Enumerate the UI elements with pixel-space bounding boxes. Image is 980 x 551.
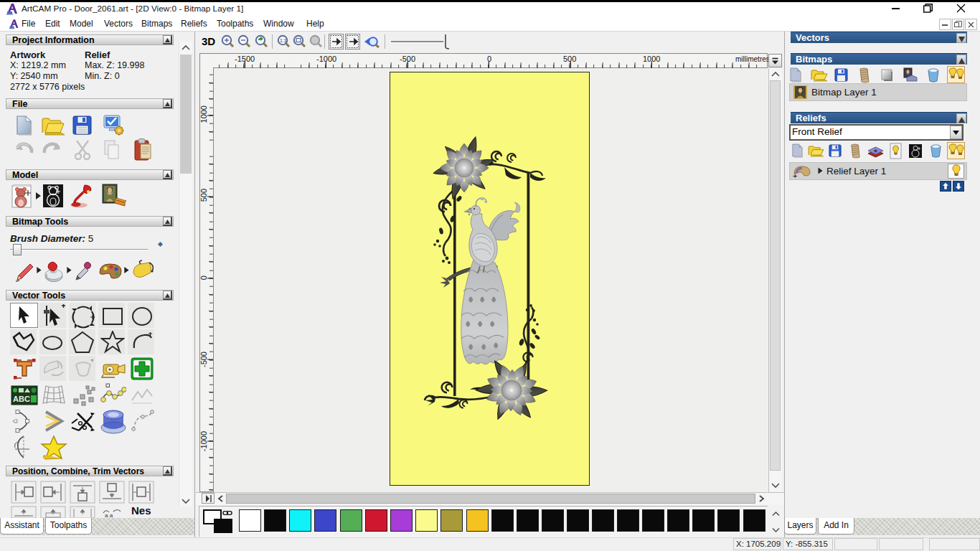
svg-text:1:1: 1:1 — [280, 38, 287, 43]
svg-text:a a: a a — [105, 512, 113, 518]
svg-text:ABC: ABC — [13, 395, 30, 403]
svg-text:+: + — [793, 171, 797, 179]
